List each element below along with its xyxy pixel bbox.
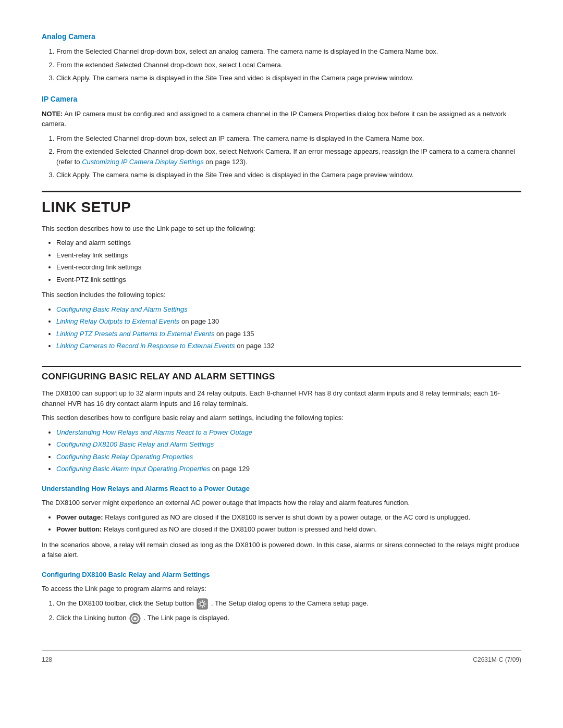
list-item: From the Selected Channel drop-down box,…	[56, 46, 521, 57]
svg-point-5	[201, 602, 204, 606]
basic-topic-link-1[interactable]: Understanding How Relays and Alarms Reac…	[56, 428, 252, 436]
list-item: Click Apply. The camera name is displaye…	[56, 73, 521, 83]
link-setup-intro: This section describes how to use the Li…	[42, 224, 521, 234]
list-item: From the Selected Channel drop-down box,…	[56, 133, 521, 144]
page-ref: 135	[243, 330, 254, 338]
understanding-power-para1: The DX8100 server might experience an ex…	[42, 498, 521, 508]
understanding-power-heading: Understanding How Relays and Alarms Reac…	[42, 484, 521, 494]
list-item: Power button: Relays configured as NO ar…	[56, 524, 521, 535]
topic-link-2[interactable]: Linking Relay Outputs to External Events	[56, 317, 179, 325]
analog-camera-steps: From the Selected Channel drop-down box,…	[56, 46, 521, 83]
configuring-basic-section: CONFIGURING BASIC RELAY AND ALARM SETTIN…	[42, 366, 521, 474]
list-item: Linking Relay Outputs to External Events…	[56, 316, 521, 327]
link-setup-section: LINK SETUP This section describes how to…	[42, 191, 521, 351]
power-button-label: Power button:	[56, 525, 102, 533]
topic-link-1[interactable]: Configuring Basic Relay and Alarm Settin…	[56, 305, 188, 313]
list-item: Configuring Basic Relay Operating Proper…	[56, 452, 521, 462]
list-item: Event-PTZ link settings	[56, 275, 521, 285]
understanding-power-section: Understanding How Relays and Alarms Reac…	[42, 484, 521, 560]
link-setup-bullets: Relay and alarm settings Event-relay lin…	[56, 238, 521, 285]
ip-camera-link[interactable]: Customizing IP Camera Display Settings	[82, 158, 204, 166]
ip-camera-heading: IP Camera	[42, 94, 521, 105]
note-text: An IP camera must be configured and assi…	[42, 110, 506, 128]
ip-camera-steps: From the Selected Channel drop-down box,…	[56, 133, 521, 180]
analog-camera-section: Analog Camera From the Selected Channel …	[42, 31, 521, 83]
configuring-dx8100-heading: Configuring DX8100 Basic Relay and Alarm…	[42, 570, 521, 580]
link-setup-topics-intro: This section includes the following topi…	[42, 290, 521, 300]
power-outage-label: Power outage:	[56, 513, 103, 521]
list-item: From the extended Selected Channel drop-…	[56, 60, 521, 70]
list-item: Event-relay link settings	[56, 250, 521, 261]
list-item: Understanding How Relays and Alarms Reac…	[56, 427, 521, 438]
analog-camera-heading: Analog Camera	[42, 31, 521, 42]
list-item: On the DX8100 toolbar, click the Setup b…	[56, 598, 521, 610]
list-item: Configuring Basic Relay and Alarm Settin…	[56, 304, 521, 315]
page-ref: 132	[263, 342, 275, 350]
list-item: Power outage: Relays configured as NO ar…	[56, 512, 521, 523]
basic-topic-link-4[interactable]: Configuring Basic Alarm Input Operating …	[56, 465, 210, 473]
list-item: Relay and alarm settings	[56, 238, 521, 248]
configuring-basic-para1: The DX8100 can support up to 32 alarm in…	[42, 388, 521, 409]
link-setup-topics-list: Configuring Basic Relay and Alarm Settin…	[56, 304, 521, 351]
configuring-basic-para2: This section describes how to configure …	[42, 413, 521, 423]
list-item: Configuring Basic Alarm Input Operating …	[56, 464, 521, 474]
configuring-basic-topics: Understanding How Relays and Alarms Reac…	[56, 427, 521, 474]
note-label: NOTE:	[42, 110, 63, 118]
list-item: Click the Linking button . The Link page…	[56, 613, 521, 624]
doc-code: C2631M-C (7/09)	[473, 655, 521, 664]
list-item: Linking PTZ Presets and Patterns to Exte…	[56, 329, 521, 339]
list-item: From the extended Selected Channel drop-…	[56, 146, 521, 167]
list-item: Linking Cameras to Record in Response to…	[56, 341, 521, 351]
svg-point-8	[133, 617, 137, 620]
understanding-power-para2: In the scenarios above, a relay will rem…	[42, 540, 521, 560]
ip-camera-note: NOTE: An IP camera must be configured an…	[42, 109, 521, 129]
basic-topic-link-2[interactable]: Configuring DX8100 Basic Relay and Alarm…	[56, 440, 214, 448]
configuring-dx8100-intro: To access the Link page to program alarm…	[42, 584, 521, 594]
configuring-basic-heading: CONFIGURING BASIC RELAY AND ALARM SETTIN…	[42, 366, 521, 384]
list-item: Click Apply. The camera name is displaye…	[56, 170, 521, 180]
list-item: Configuring DX8100 Basic Relay and Alarm…	[56, 439, 521, 450]
page-ref: 129	[238, 465, 250, 473]
topic-link-3[interactable]: Linking PTZ Presets and Patterns to Exte…	[56, 330, 214, 338]
setup-button-icon	[197, 598, 208, 610]
page-number: 128	[42, 655, 52, 664]
basic-topic-link-3[interactable]: Configuring Basic Relay Operating Proper…	[56, 453, 193, 461]
power-outage-text: Relays configured as NO are closed if th…	[103, 513, 471, 521]
configuring-dx8100-section: Configuring DX8100 Basic Relay and Alarm…	[42, 570, 521, 624]
configuring-dx8100-steps: On the DX8100 toolbar, click the Setup b…	[56, 598, 521, 624]
understanding-power-bullets: Power outage: Relays configured as NO ar…	[56, 512, 521, 535]
page-ref: 130	[208, 317, 219, 325]
footer: 128 C2631M-C (7/09)	[42, 650, 521, 664]
ip-camera-section: IP Camera NOTE: An IP camera must be con…	[42, 94, 521, 180]
power-button-text: Relays configured as NO are closed if th…	[102, 525, 377, 533]
list-item: Event-recording link settings	[56, 262, 521, 273]
link-setup-heading: LINK SETUP	[42, 191, 521, 218]
topic-link-4[interactable]: Linking Cameras to Record in Response to…	[56, 342, 235, 350]
linking-button-icon	[129, 613, 141, 624]
